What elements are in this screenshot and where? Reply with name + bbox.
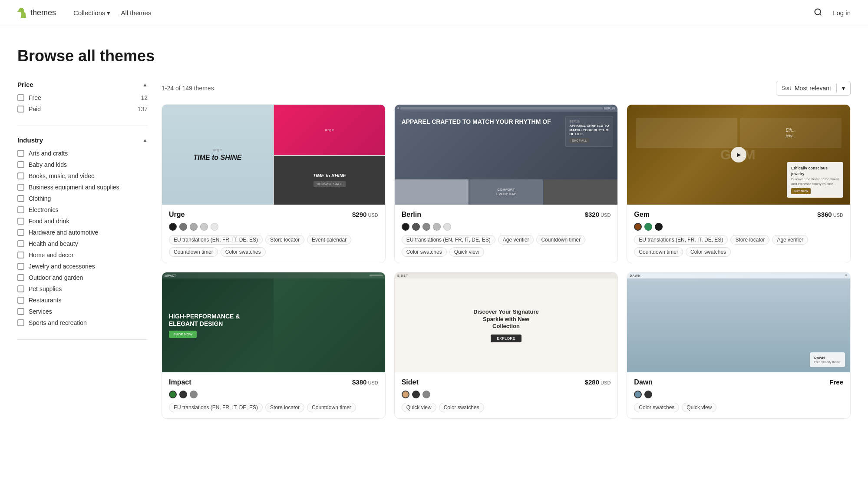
theme-info-impact: Impact $380 USD EU translations (EN, FR,… — [162, 372, 385, 418]
sidebar: Price ▲ Free 12 Paid 137 Industry ▲ — [17, 76, 148, 419]
theme-tag: Countdown timer — [634, 247, 683, 257]
color-swatch-urge-0[interactable] — [169, 223, 177, 231]
industry-checkbox-15[interactable] — [17, 319, 24, 326]
price-label-1: Paid — [29, 106, 41, 113]
theme-info-berlin: Berlin $320 USD EU translations (EN, FR,… — [395, 205, 618, 263]
color-swatch-impact-1[interactable] — [179, 391, 187, 398]
price-checkbox-0[interactable] — [17, 94, 24, 101]
theme-card-sidet[interactable]: SIDET Discover Your SignatureSparkle wit… — [394, 272, 618, 419]
industry-filter-item: Sports and recreation — [17, 319, 148, 326]
theme-card-impact[interactable]: IMPACT High-Performance &Elegant Design … — [162, 272, 386, 419]
color-swatch-berlin-3[interactable] — [433, 223, 441, 231]
industry-checkbox-4[interactable] — [17, 195, 24, 202]
theme-tag: EU translations (EN, FR, IT, DE, ES) — [169, 235, 263, 245]
price-filter-header[interactable]: Price ▲ — [17, 81, 148, 88]
industry-label-1: Baby and kids — [29, 161, 67, 168]
theme-preview-sidet: SIDET Discover Your SignatureSparkle wit… — [395, 272, 618, 372]
sort-dropdown[interactable]: Sort Most relevant ▾ — [776, 81, 851, 96]
color-swatch-sidet-2[interactable] — [422, 391, 430, 398]
price-count-0: 12 — [141, 94, 148, 101]
industry-filter-item-left: Food and drink — [17, 218, 69, 225]
industry-checkbox-6[interactable] — [17, 218, 24, 225]
color-swatch-gem-2[interactable] — [655, 223, 663, 231]
industry-filter-item-left: Home and decor — [17, 252, 74, 258]
industry-checkbox-11[interactable] — [17, 274, 24, 281]
color-swatch-dawn-1[interactable] — [644, 391, 652, 398]
theme-card-gem[interactable]: GEM Eth...jew... ▶ Ethically conscious j… — [627, 104, 851, 263]
industry-filter-item: Baby and kids — [17, 161, 148, 168]
industry-checkbox-9[interactable] — [17, 252, 24, 258]
theme-swatches-gem — [634, 223, 843, 231]
hero-section: Browse all themes — [0, 26, 868, 76]
industry-filter-header[interactable]: Industry ▲ — [17, 136, 148, 144]
theme-tag: Color swatches — [634, 403, 679, 412]
industry-filter-item: Hardware and automotive — [17, 229, 148, 236]
color-swatch-gem-1[interactable] — [644, 223, 652, 231]
collections-menu-button[interactable]: Collections ▾ — [73, 9, 110, 17]
search-button[interactable] — [812, 6, 824, 20]
color-swatch-dawn-0[interactable] — [634, 391, 642, 398]
industry-checkbox-14[interactable] — [17, 308, 24, 315]
industry-checkbox-2[interactable] — [17, 172, 24, 179]
theme-card-dawn[interactable]: DAWN ⊕ DAWN Free Shopify theme — [627, 272, 851, 419]
industry-label-4: Clothing — [29, 195, 51, 202]
industry-label-11: Outdoor and garden — [29, 274, 83, 281]
theme-swatches-sidet — [402, 391, 611, 398]
theme-name-berlin: Berlin — [402, 211, 421, 219]
color-swatch-berlin-1[interactable] — [412, 223, 420, 231]
industry-chevron-icon: ▲ — [142, 137, 148, 143]
industry-checkbox-13[interactable] — [17, 297, 24, 304]
theme-name-impact: Impact — [169, 378, 191, 386]
theme-price-dawn: Free — [829, 378, 843, 386]
industry-checkbox-0[interactable] — [17, 150, 24, 157]
theme-tags-urge: EU translations (EN, FR, IT, DE, ES)Stor… — [169, 235, 378, 257]
header: themes Collections ▾ All themes Log in — [0, 0, 868, 26]
theme-swatches-urge — [169, 223, 378, 231]
industry-checkbox-12[interactable] — [17, 285, 24, 292]
theme-card-urge[interactable]: urge TIME to SHINE urge TIME to SHINE BR… — [162, 104, 386, 263]
color-swatch-urge-4[interactable] — [211, 223, 218, 231]
industry-filter-title: Industry — [17, 136, 43, 144]
industry-checkbox-10[interactable] — [17, 263, 24, 270]
login-button[interactable]: Log in — [833, 9, 851, 17]
color-swatch-gem-0[interactable] — [634, 223, 642, 231]
theme-currency-berlin: USD — [599, 212, 611, 218]
theme-tag: Store locator — [730, 235, 769, 245]
color-swatch-berlin-4[interactable] — [443, 223, 451, 231]
theme-tag: Quick view — [682, 403, 716, 412]
industry-checkbox-8[interactable] — [17, 240, 24, 247]
industry-checkbox-7[interactable] — [17, 229, 24, 236]
color-swatch-berlin-0[interactable] — [402, 223, 409, 231]
industry-filter-item-left: Restaurants — [17, 297, 61, 304]
gem-play-button[interactable]: ▶ — [731, 147, 746, 162]
color-swatch-impact-2[interactable] — [190, 391, 198, 398]
theme-preview-berlin: BERLIN APPAREL CRAFTED TO MATCH YOUR RHY… — [395, 105, 618, 205]
industry-checkbox-5[interactable] — [17, 206, 24, 213]
theme-tag: Event calendar — [307, 235, 351, 245]
theme-preview-impact: IMPACT High-Performance &Elegant Design … — [162, 272, 385, 372]
color-swatch-urge-2[interactable] — [190, 223, 198, 231]
industry-label-2: Books, music, and video — [29, 172, 95, 179]
all-themes-link[interactable]: All themes — [121, 9, 151, 17]
color-swatch-sidet-0[interactable] — [402, 391, 409, 398]
theme-tag: Age verifier — [772, 235, 808, 245]
theme-name-price-impact: Impact $380 USD — [169, 378, 378, 386]
color-swatch-sidet-1[interactable] — [412, 391, 420, 398]
theme-swatches-dawn — [634, 391, 843, 398]
industry-filter-item-left: Clothing — [17, 195, 51, 202]
price-checkbox-1[interactable] — [17, 106, 24, 113]
industry-checkbox-3[interactable] — [17, 184, 24, 191]
price-filter-item: Free 12 — [17, 94, 148, 101]
theme-price-impact: $380 USD — [352, 378, 378, 386]
color-swatch-urge-1[interactable] — [179, 223, 187, 231]
industry-filter-item: Health and beauty — [17, 240, 148, 247]
industry-filter-item: Pet supplies — [17, 285, 148, 292]
theme-tags-impact: EU translations (EN, FR, IT, DE, ES)Stor… — [169, 403, 378, 412]
color-swatch-impact-0[interactable] — [169, 391, 177, 398]
theme-name-price-urge: Urge $290 USD — [169, 211, 378, 219]
color-swatch-berlin-2[interactable] — [422, 223, 430, 231]
color-swatch-urge-3[interactable] — [200, 223, 208, 231]
theme-card-berlin[interactable]: BERLIN APPAREL CRAFTED TO MATCH YOUR RHY… — [394, 104, 618, 263]
logo-link[interactable]: themes — [17, 8, 56, 18]
industry-checkbox-1[interactable] — [17, 161, 24, 168]
